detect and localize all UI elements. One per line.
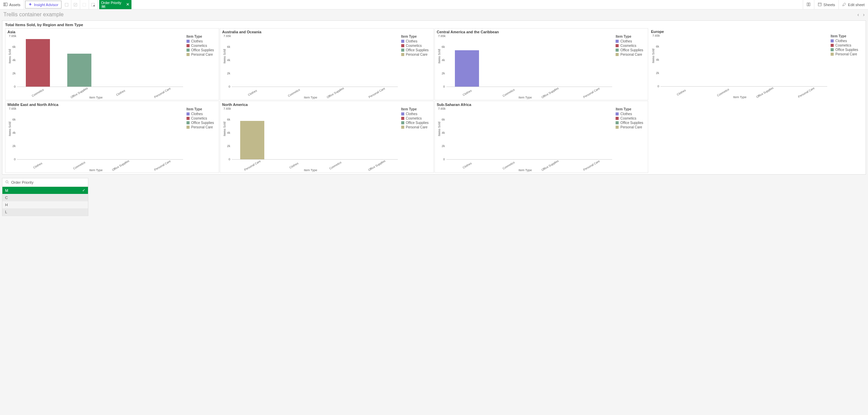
legend-item[interactable]: Cosmetics bbox=[401, 44, 431, 48]
legend-item[interactable]: Clothes bbox=[616, 39, 646, 43]
chart-area[interactable]: Items Sold 7.65k6k4k2k0 ClothesCosmetics… bbox=[651, 34, 829, 99]
legend-title: Item Type bbox=[401, 35, 431, 38]
legend-item[interactable]: Cosmetics bbox=[401, 116, 431, 120]
trellis-panel[interactable]: Asia Items Sold 7.65k6k4k2k0 CosmeticsOf… bbox=[5, 28, 219, 100]
chart-area[interactable]: Items Sold 7.65k6k4k2k0 Personal CareClo… bbox=[222, 107, 399, 172]
filter-item[interactable]: C bbox=[2, 194, 88, 201]
legend-item[interactable]: Office Supplies bbox=[616, 121, 646, 125]
top-toolbar: Assets Insight Advisor Order Prior bbox=[0, 0, 868, 10]
legend-item[interactable]: Clothes bbox=[187, 112, 217, 116]
filter-item[interactable]: H bbox=[2, 201, 88, 209]
trellis-panel[interactable]: Sub-Saharan Africa Items Sold 7.65k6k4k2… bbox=[435, 101, 649, 173]
trellis-panel[interactable]: Central America and the Caribbean Items … bbox=[435, 28, 649, 100]
legend-item[interactable]: Personal Care bbox=[831, 52, 861, 56]
legend-item[interactable]: Personal Care bbox=[616, 53, 646, 56]
legend-item[interactable]: Personal Care bbox=[401, 125, 431, 129]
legend-item[interactable]: Cosmetics bbox=[616, 44, 646, 48]
legend-item[interactable]: Office Supplies bbox=[401, 48, 431, 52]
legend-item[interactable]: Personal Care bbox=[616, 125, 646, 129]
y-tick-label: 2k bbox=[438, 72, 445, 75]
y-tick-label: 6k bbox=[9, 45, 16, 49]
filter-header[interactable]: Order Priority bbox=[2, 178, 88, 187]
sheet-title: Trellis container example bbox=[3, 12, 64, 18]
chart-area[interactable]: Items Sold 7.65k6k4k2k0 CosmeticsOffice … bbox=[7, 35, 184, 99]
search-icon bbox=[5, 180, 9, 185]
next-sheet-icon[interactable]: › bbox=[863, 12, 865, 17]
y-tick-label: 4k bbox=[224, 58, 230, 62]
legend-label: Clothes bbox=[191, 39, 203, 43]
bar[interactable] bbox=[455, 50, 479, 87]
chart-area[interactable]: Items Sold 7.65k6k4k2k0 ClothesCosmetics… bbox=[7, 107, 184, 172]
bar[interactable] bbox=[240, 121, 264, 159]
legend-swatch bbox=[831, 48, 834, 51]
trellis-panel[interactable]: North America Items Sold 7.65k6k4k2k0 Pe… bbox=[220, 101, 434, 173]
chart-area[interactable]: Items Sold 7.65k6k4k2k0 ClothesCosmetics… bbox=[222, 35, 399, 99]
legend-swatch bbox=[187, 117, 190, 120]
filter-item-label: H bbox=[5, 203, 8, 207]
y-tick-label: 2k bbox=[438, 144, 445, 148]
legend-item[interactable]: Office Supplies bbox=[401, 121, 431, 125]
legend-label: Cosmetics bbox=[191, 116, 207, 120]
trellis-panel[interactable]: Middle East and North Africa Items Sold … bbox=[5, 101, 219, 173]
assets-button[interactable]: Assets bbox=[0, 0, 24, 9]
y-tick-label: 2k bbox=[9, 144, 16, 148]
legend: Item TypeClothesCosmeticsOffice Supplies… bbox=[184, 107, 217, 172]
legend-item[interactable]: Personal Care bbox=[187, 125, 217, 129]
legend-swatch bbox=[401, 53, 404, 56]
legend-item[interactable]: Cosmetics bbox=[616, 116, 646, 120]
legend-item[interactable]: Cosmetics bbox=[187, 116, 217, 120]
legend-title: Item Type bbox=[401, 107, 431, 111]
y-tick-label: 6k bbox=[224, 118, 230, 121]
legend-item[interactable]: Clothes bbox=[187, 39, 217, 43]
sheets-label: Sheets bbox=[823, 3, 835, 7]
y-tick-label: 4k bbox=[652, 58, 659, 61]
bar[interactable] bbox=[26, 39, 50, 87]
close-icon[interactable]: ✕ bbox=[126, 2, 129, 7]
x-axis-label: Item Type bbox=[7, 96, 184, 99]
y-tick-label: 4k bbox=[438, 58, 445, 62]
legend-label: Cosmetics bbox=[406, 44, 422, 48]
filter-item[interactable]: L bbox=[2, 209, 88, 216]
legend-item[interactable]: Clothes bbox=[831, 39, 861, 43]
legend-item[interactable]: Clothes bbox=[401, 112, 431, 116]
x-axis-label: Item Type bbox=[437, 168, 614, 172]
y-tick-label: 6k bbox=[438, 45, 445, 49]
bookmarks-button[interactable] bbox=[803, 0, 814, 9]
step-back-icon[interactable] bbox=[80, 0, 89, 9]
legend-item[interactable]: Office Supplies bbox=[187, 121, 217, 125]
chart-area[interactable]: Items Sold 7.65k6k4k2k0 ClothesCosmetics… bbox=[437, 107, 614, 172]
trellis-panel[interactable]: Australia and Oceania Items Sold 7.65k6k… bbox=[220, 28, 434, 100]
svg-rect-9 bbox=[818, 3, 821, 6]
svg-rect-7 bbox=[807, 3, 808, 6]
chart-area[interactable]: Items Sold 7.65k6k4k2k0 ClothesCosmetics… bbox=[437, 35, 614, 99]
legend-swatch bbox=[187, 53, 190, 56]
legend-label: Personal Care bbox=[406, 53, 428, 56]
clear-selections-icon[interactable] bbox=[89, 0, 98, 9]
legend-item[interactable]: Office Supplies bbox=[831, 48, 861, 52]
legend: Item TypeClothesCosmeticsOffice Supplies… bbox=[184, 35, 217, 99]
legend-swatch bbox=[401, 112, 404, 115]
filter-item[interactable]: M✓ bbox=[2, 187, 88, 194]
legend-item[interactable]: Cosmetics bbox=[831, 43, 861, 47]
prev-sheet-icon[interactable]: ‹ bbox=[857, 12, 859, 17]
legend-item[interactable]: Personal Care bbox=[401, 53, 431, 56]
trellis-panel[interactable]: Europe Items Sold 7.65k6k4k2k0 ClothesCo… bbox=[649, 28, 863, 100]
legend-swatch bbox=[616, 121, 619, 124]
y-tick-label: 4k bbox=[438, 131, 445, 134]
panel-title: Asia bbox=[7, 30, 217, 34]
legend-item[interactable]: Office Supplies bbox=[616, 48, 646, 52]
lasso-select-icon[interactable] bbox=[71, 0, 80, 9]
selection-chip[interactable]: Order Priority M ✕ bbox=[99, 0, 131, 9]
smart-select-icon[interactable] bbox=[63, 0, 71, 9]
legend-label: Personal Care bbox=[191, 53, 213, 56]
legend-item[interactable]: Office Supplies bbox=[187, 48, 217, 52]
legend-item[interactable]: Clothes bbox=[616, 112, 646, 116]
legend-item[interactable]: Cosmetics bbox=[187, 44, 217, 48]
legend-swatch bbox=[187, 126, 190, 129]
legend-item[interactable]: Clothes bbox=[401, 39, 431, 43]
legend-item[interactable]: Personal Care bbox=[187, 53, 217, 56]
bar[interactable] bbox=[67, 54, 91, 87]
insight-advisor-button[interactable]: Insight Advisor bbox=[25, 1, 61, 8]
edit-sheet-button[interactable]: Edit sheet bbox=[838, 0, 868, 9]
sheets-button[interactable]: Sheets bbox=[814, 0, 838, 9]
